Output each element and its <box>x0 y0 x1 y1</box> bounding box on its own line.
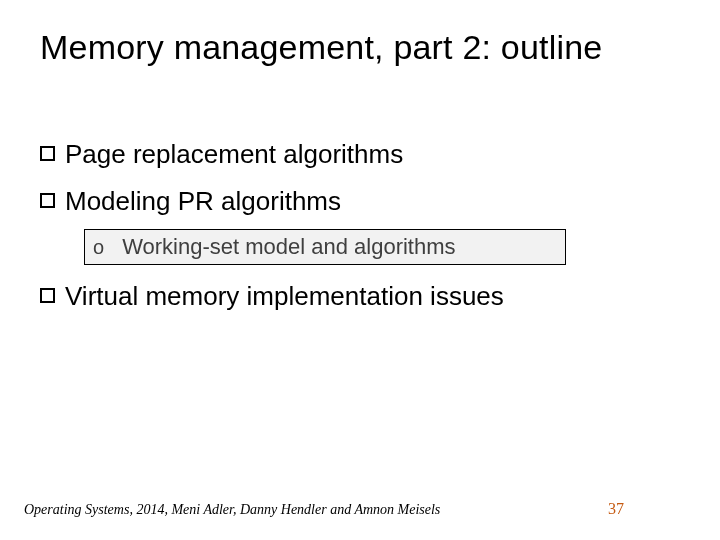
highlight-box: o Working-set model and algorithms <box>84 229 566 265</box>
footer: Operating Systems, 2014, Meni Adler, Dan… <box>24 500 696 518</box>
page-title: Memory management, part 2: outline <box>40 28 680 67</box>
outline-list: Page replacement algorithms Modeling PR … <box>40 139 680 312</box>
list-item-label: Page replacement algorithms <box>65 139 403 170</box>
list-item: Virtual memory implementation issues <box>40 281 680 312</box>
list-item-label: Virtual memory implementation issues <box>65 281 504 312</box>
slide: Memory management, part 2: outline Page … <box>0 0 720 540</box>
list-subitem: o Working-set model and algorithms <box>93 234 557 260</box>
square-bullet-icon <box>40 288 55 303</box>
list-item-label: Modeling PR algorithms <box>65 186 341 217</box>
circle-bullet-icon: o <box>93 236 104 259</box>
square-bullet-icon <box>40 146 55 161</box>
list-item: Modeling PR algorithms <box>40 186 680 217</box>
page-number: 37 <box>608 500 624 518</box>
list-subitem-label: Working-set model and algorithms <box>122 234 455 260</box>
sublist: o Working-set model and algorithms <box>84 229 680 265</box>
list-item: Page replacement algorithms <box>40 139 680 170</box>
footer-credit: Operating Systems, 2014, Meni Adler, Dan… <box>24 502 440 518</box>
square-bullet-icon <box>40 193 55 208</box>
